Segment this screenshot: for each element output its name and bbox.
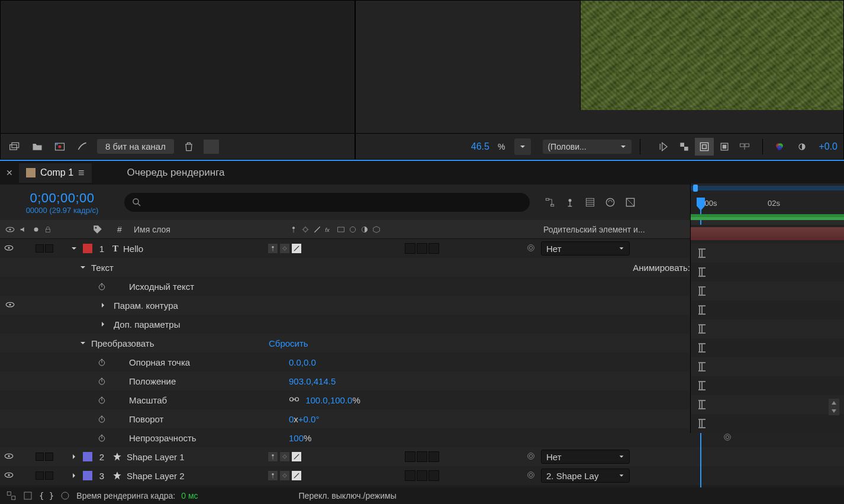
- opacity-value[interactable]: 100: [289, 433, 304, 443]
- parent-dropdown[interactable]: 2. Shape Lay: [541, 469, 630, 483]
- trash-icon[interactable]: [181, 138, 197, 155]
- mask-visibility-icon[interactable]: [695, 138, 714, 156]
- render-queue-tab[interactable]: Очередь рендеринга: [127, 167, 225, 179]
- rotation-degrees[interactable]: +0.0°: [298, 414, 320, 424]
- property-track[interactable]: [691, 244, 844, 263]
- layer-row[interactable]: 2 Shape Layer 1 Нет: [0, 447, 844, 466]
- scale-value[interactable]: 100.0,100.0: [305, 395, 352, 405]
- preview-viewport[interactable]: [580, 1, 843, 110]
- property-track[interactable]: [691, 376, 844, 395]
- property-track[interactable]: [691, 338, 844, 357]
- adjustment-layer-icon[interactable]: [74, 138, 91, 155]
- visibility-column-icon[interactable]: [5, 224, 15, 235]
- comp-mini-flowchart-icon[interactable]: [542, 194, 558, 211]
- property-track[interactable]: [691, 395, 844, 414]
- link-icon[interactable]: [289, 395, 299, 403]
- playhead[interactable]: [697, 198, 705, 206]
- quality-switch[interactable]: [291, 243, 302, 254]
- property-track[interactable]: [691, 263, 844, 282]
- new-folder-icon[interactable]: [29, 138, 46, 155]
- shy-switch[interactable]: [268, 451, 278, 462]
- work-area-start-handle[interactable]: [693, 185, 698, 192]
- tab-menu-icon[interactable]: ≡: [78, 167, 85, 179]
- footer-swatch[interactable]: [203, 139, 220, 154]
- twirl-icon[interactable]: [65, 452, 83, 462]
- layer-track[interactable]: [691, 225, 844, 244]
- time-ruler[interactable]: :00s 02s: [690, 183, 844, 219]
- collapse-switch[interactable]: [279, 243, 290, 254]
- layer-bar[interactable]: [691, 227, 844, 240]
- twirl-down-icon[interactable]: [79, 264, 86, 271]
- toggle-switches-label[interactable]: Перекл. выключ./режимы: [299, 491, 397, 500]
- bpc-button[interactable]: 8 бит на канал: [96, 138, 175, 154]
- layer-name[interactable]: Shape Layer 2: [127, 471, 185, 481]
- eye-icon[interactable]: [4, 470, 14, 480]
- parent-dropdown[interactable]: Нет: [541, 241, 630, 256]
- property-track[interactable]: [691, 301, 844, 319]
- twirl-icon[interactable]: [65, 244, 83, 254]
- parent-dropdown[interactable]: Нет: [541, 450, 630, 464]
- pickwhip-icon[interactable]: [526, 451, 536, 461]
- label-column-icon[interactable]: [92, 224, 103, 235]
- collapse-switch[interactable]: [279, 451, 290, 462]
- quality-switch[interactable]: [291, 470, 302, 481]
- quality-switch[interactable]: [291, 451, 302, 462]
- toggle-modes-icon[interactable]: [22, 490, 33, 501]
- new-comp-icon[interactable]: [51, 138, 68, 155]
- timecode-display[interactable]: 0;00;00;00: [0, 190, 124, 206]
- zoom-value[interactable]: 46.5: [471, 141, 489, 152]
- property-track[interactable]: [691, 319, 844, 338]
- shy-layers-icon[interactable]: [582, 194, 598, 211]
- layer-name-column[interactable]: Имя слоя: [127, 225, 286, 234]
- channel-icon[interactable]: [771, 138, 788, 155]
- fast-preview-icon[interactable]: [655, 138, 674, 156]
- resolution-dropdown[interactable]: (Полови...: [543, 140, 632, 154]
- layer-name[interactable]: Shape Layer 1: [127, 452, 185, 462]
- region-of-interest-icon[interactable]: [715, 138, 734, 156]
- lock-column-icon[interactable]: [44, 225, 52, 234]
- collapse-switch[interactable]: [279, 470, 290, 481]
- audio-column-icon[interactable]: [19, 225, 28, 234]
- shy-switch[interactable]: [268, 243, 278, 254]
- interpret-footage-icon[interactable]: [7, 138, 23, 155]
- scroll-up-button[interactable]: [829, 399, 839, 407]
- scroll-down-button[interactable]: [829, 407, 839, 415]
- tab-close-button[interactable]: ✕: [6, 168, 13, 177]
- draft-3d-icon[interactable]: [562, 194, 578, 211]
- motion-blur-icon[interactable]: [622, 194, 639, 211]
- solo-column-icon[interactable]: [32, 225, 40, 234]
- property-track[interactable]: [691, 282, 844, 301]
- eye-icon[interactable]: [4, 451, 14, 461]
- brackets-icon[interactable]: { }: [39, 491, 54, 500]
- exposure-value[interactable]: +0.0: [819, 141, 837, 152]
- layer-search-input[interactable]: [124, 193, 530, 212]
- stopwatch-icon[interactable]: [97, 414, 107, 424]
- exposure-icon[interactable]: [794, 138, 810, 155]
- shy-switch[interactable]: [268, 470, 278, 481]
- pickwhip-icon[interactable]: [526, 243, 536, 253]
- frame-blend-icon[interactable]: [602, 194, 618, 211]
- stopwatch-icon[interactable]: [97, 282, 107, 291]
- layer-color[interactable]: [83, 244, 92, 253]
- eye-icon[interactable]: [5, 299, 15, 310]
- transparency-grid-icon[interactable]: [675, 138, 694, 156]
- layer-color[interactable]: [83, 452, 92, 461]
- anchor-value[interactable]: 0.0,0.0: [289, 357, 316, 367]
- toggle-switches-icon[interactable]: [6, 490, 17, 501]
- twirl-right-icon[interactable]: [99, 302, 107, 309]
- layer-row[interactable]: 3 Shape Layer 2 2. Shape Lay: [0, 466, 844, 485]
- render-time-icon[interactable]: [60, 490, 70, 501]
- index-column[interactable]: #: [112, 225, 127, 234]
- pickwhip-icon[interactable]: [526, 470, 536, 480]
- zoom-dropdown[interactable]: [514, 138, 531, 155]
- parent-column[interactable]: Родительский элемент и...: [541, 225, 677, 234]
- property-track[interactable]: [691, 414, 844, 433]
- stopwatch-icon[interactable]: [97, 376, 107, 386]
- layer-color[interactable]: [83, 471, 92, 480]
- stopwatch-icon[interactable]: [97, 395, 107, 405]
- eye-icon[interactable]: [4, 243, 14, 253]
- twirl-right-icon[interactable]: [99, 321, 107, 328]
- comp-tab[interactable]: Comp 1 ≡: [19, 163, 92, 183]
- stopwatch-icon[interactable]: [97, 357, 107, 367]
- position-value[interactable]: 903.0,414.5: [289, 376, 336, 386]
